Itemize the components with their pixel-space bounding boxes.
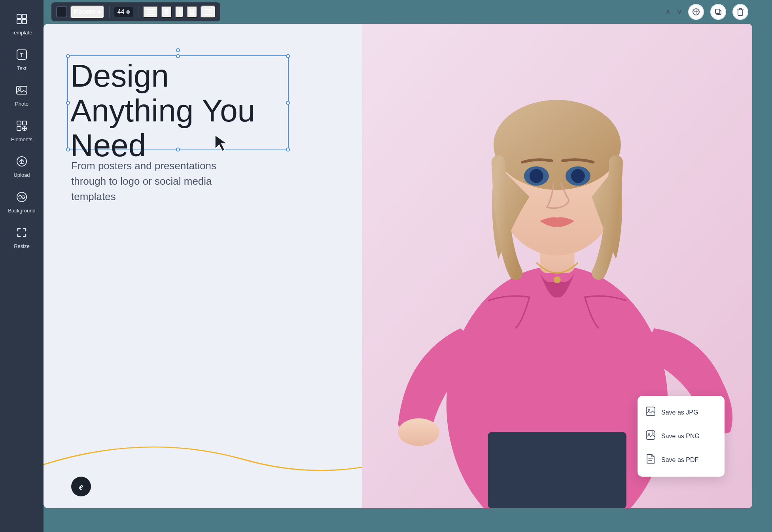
handle-top-center[interactable] [176, 48, 180, 52]
sidebar-item-label-background: Background [8, 208, 35, 214]
sidebar-item-label-elements: Elements [11, 136, 32, 142]
sidebar-item-upload[interactable]: Upload [4, 150, 40, 183]
png-icon [645, 430, 656, 443]
sidebar: Template T Text Photo [0, 0, 44, 532]
elements-icon [15, 119, 28, 134]
copy-element-button[interactable] [710, 4, 726, 20]
svg-rect-36 [488, 432, 626, 509]
toolbar-divider-1 [109, 6, 110, 18]
background-icon [15, 191, 28, 205]
sidebar-item-text[interactable]: T Text [4, 44, 40, 76]
size-up-button[interactable] [126, 9, 130, 12]
save-pdf-label: Save as PDF [661, 456, 698, 464]
handle-top-right[interactable] [286, 54, 290, 58]
sidebar-item-elements[interactable]: Elements [4, 115, 40, 147]
save-jpg-label: Save as JPG [661, 409, 698, 416]
svg-point-32 [530, 169, 543, 183]
sidebar-item-label-text: Text [17, 65, 26, 71]
photo-icon [15, 84, 28, 98]
canvas-content: Design Anything You Need From posters an… [44, 24, 752, 508]
top-right-controls: ∧ ∨ [665, 4, 748, 20]
svg-rect-39 [646, 431, 655, 439]
toolbar: Roboto ▾ 44 B I U [44, 0, 772, 24]
font-selector[interactable]: Roboto ▾ [70, 6, 104, 19]
svg-rect-6 [17, 86, 27, 94]
handle-top-mid[interactable] [176, 54, 180, 58]
svg-text:T: T [20, 52, 24, 58]
spacing-button[interactable] [201, 6, 216, 18]
handle-bot-left[interactable] [66, 148, 70, 151]
italic-button[interactable]: I [175, 6, 183, 18]
main-headline[interactable]: Design Anything You Need [70, 59, 284, 163]
svg-rect-2 [17, 19, 21, 24]
save-png-label: Save as PNG [661, 433, 700, 440]
sidebar-item-background[interactable]: Background [4, 186, 40, 218]
svg-point-34 [398, 418, 440, 446]
sidebar-item-resize[interactable]: Resize [4, 222, 40, 254]
sidebar-item-template[interactable]: Template [4, 8, 40, 40]
align-button[interactable] [143, 6, 158, 18]
handle-bot-right[interactable] [286, 148, 290, 151]
save-jpg-option[interactable]: Save as JPG [638, 401, 725, 424]
handle-mid-left[interactable] [66, 101, 70, 105]
logo-mark: e [71, 477, 91, 496]
sidebar-item-label-resize: Resize [14, 243, 30, 249]
resize-icon [15, 226, 28, 241]
svg-rect-37 [646, 407, 655, 416]
svg-point-33 [571, 169, 585, 183]
delete-element-button[interactable] [732, 4, 748, 20]
svg-point-40 [648, 433, 650, 435]
toolbar-divider-2 [138, 6, 138, 18]
save-dropdown: Save as JPG Save as PNG [638, 396, 725, 477]
sub-text[interactable]: From posters and presentations through t… [71, 158, 245, 204]
svg-point-38 [648, 409, 650, 411]
svg-rect-1 [22, 14, 26, 19]
text-icon: T [15, 48, 28, 63]
template-icon [15, 13, 28, 27]
add-layer-button[interactable] [688, 4, 704, 20]
sidebar-item-label-template: Template [11, 30, 32, 36]
design-surface: Design Anything You Need From posters an… [44, 24, 752, 508]
svg-point-29 [494, 100, 621, 190]
bold-button[interactable]: B [161, 6, 172, 18]
svg-rect-24 [715, 9, 720, 13]
svg-point-35 [554, 276, 561, 284]
svg-rect-8 [17, 121, 21, 125]
handle-top-left[interactable] [66, 54, 70, 58]
font-color-swatch[interactable] [56, 6, 67, 17]
svg-rect-3 [22, 19, 26, 24]
svg-point-7 [19, 88, 21, 90]
chevron-down-button[interactable]: ∨ [677, 8, 682, 16]
sidebar-item-label-photo: Photo [15, 101, 28, 107]
pdf-icon [645, 454, 656, 466]
handle-mid-right[interactable] [286, 101, 290, 105]
sidebar-item-label-upload: Upload [13, 172, 30, 178]
toolbar-group: Roboto ▾ 44 B I U [51, 2, 220, 21]
svg-rect-9 [23, 121, 26, 125]
svg-rect-0 [17, 14, 21, 19]
size-arrows[interactable] [126, 9, 130, 15]
sidebar-item-photo[interactable]: Photo [4, 79, 40, 112]
save-pdf-option[interactable]: Save as PDF [638, 448, 725, 472]
chevron-up-button[interactable]: ∧ [665, 8, 670, 16]
upload-icon [15, 155, 28, 170]
svg-rect-10 [17, 127, 21, 131]
font-size-control[interactable]: 44 [114, 7, 133, 17]
size-down-button[interactable] [126, 12, 130, 15]
underline-button[interactable]: U [187, 6, 198, 18]
jpg-icon [645, 406, 656, 419]
save-png-option[interactable]: Save as PNG [638, 424, 725, 448]
